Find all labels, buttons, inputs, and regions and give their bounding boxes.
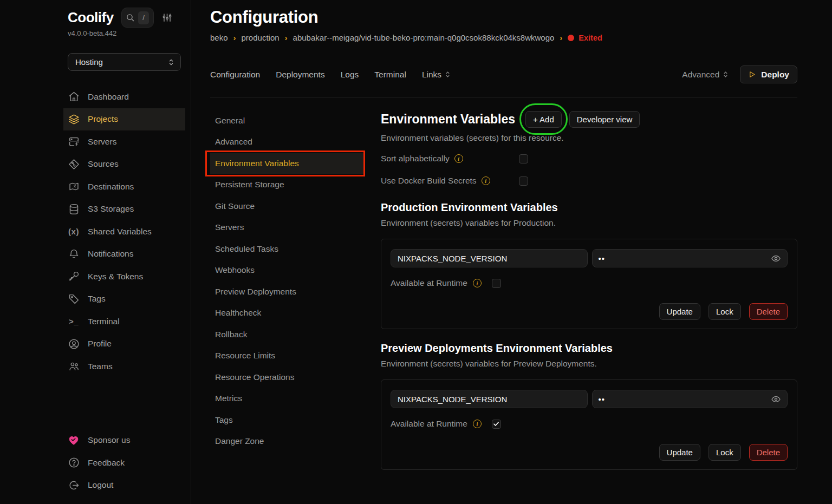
- info-icon[interactable]: i: [454, 154, 463, 163]
- subnav-item-advanced[interactable]: Advanced: [210, 132, 364, 153]
- section-description: Environment variables (secrets) for this…: [381, 133, 797, 143]
- breadcrumb-environment[interactable]: production: [242, 33, 280, 42]
- sidebar-item-logout[interactable]: Logout: [63, 474, 185, 497]
- team-select-value: Hosting: [75, 57, 103, 67]
- update-button[interactable]: Update: [659, 303, 700, 320]
- sidebar-item-keys-tokens[interactable]: Keys & Tokens: [63, 265, 185, 288]
- sidebar-item-label: Keys & Tokens: [88, 272, 143, 282]
- variable-name-input[interactable]: [391, 249, 588, 267]
- update-button[interactable]: Update: [659, 444, 700, 461]
- sidebar-item-label: Tags: [88, 294, 106, 304]
- subnav-item-healthcheck[interactable]: Healthcheck: [210, 303, 364, 324]
- subnav-item-scheduled-tasks[interactable]: Scheduled Tasks: [210, 238, 364, 260]
- subnav-item-tags[interactable]: Tags: [210, 409, 364, 431]
- sidebar-item-label: Profile: [88, 339, 112, 349]
- variable-inputs-row: ••: [391, 390, 788, 408]
- settings-sliders-button[interactable]: [162, 12, 172, 23]
- docker-build-secrets-checkbox[interactable]: [519, 176, 528, 186]
- masked-value: ••: [599, 254, 771, 263]
- delete-button[interactable]: Delete: [749, 303, 788, 320]
- eye-icon[interactable]: [771, 253, 781, 264]
- available-at-runtime-label: Available at Runtime: [391, 419, 467, 429]
- sidebar-item-label: Notifications: [88, 249, 133, 259]
- config-subnav: General Advanced Environment Variables P…: [210, 97, 364, 504]
- subnav-item-metrics[interactable]: Metrics: [210, 388, 364, 410]
- team-select[interactable]: Hosting: [68, 53, 181, 71]
- subnav-item-preview-deployments[interactable]: Preview Deployments: [210, 281, 364, 303]
- eye-icon[interactable]: [771, 394, 781, 404]
- add-button-wrap: + Add: [525, 111, 562, 128]
- toggle-label-wrap: Use Docker Build Secrets i: [381, 176, 519, 186]
- sidebar-item-label: Projects: [88, 114, 118, 124]
- sidebar: Coolify / v4.0.0-beta.442 Hosting: [0, 0, 191, 504]
- breadcrumb-resource[interactable]: abubakar--meigag/vid-tube-beko-pro:main-…: [293, 33, 555, 42]
- available-at-runtime-checkbox[interactable]: [492, 420, 501, 429]
- environment-variables-panel: Environment Variables + Add Developer vi…: [364, 97, 797, 504]
- tab-logs[interactable]: Logs: [341, 70, 359, 80]
- server-icon: [68, 136, 80, 148]
- sidebar-item-teams[interactable]: Teams: [63, 355, 185, 378]
- info-icon[interactable]: i: [473, 420, 482, 428]
- home-icon: [68, 91, 80, 103]
- variable-value-field[interactable]: ••: [592, 249, 788, 267]
- search-hotkey: /: [138, 11, 149, 24]
- sidebar-item-shared-variables[interactable]: (x) Shared Variables: [63, 220, 185, 243]
- subnav-item-resource-operations[interactable]: Resource Operations: [210, 366, 364, 388]
- chevron-up-down-icon: [722, 71, 729, 78]
- tab-terminal[interactable]: Terminal: [374, 70, 406, 80]
- info-icon[interactable]: i: [482, 176, 490, 185]
- sidebar-item-notifications[interactable]: Notifications: [63, 243, 185, 266]
- deploy-button[interactable]: Deploy: [740, 66, 797, 83]
- lock-button[interactable]: Lock: [708, 303, 741, 320]
- subnav-item-persistent-storage[interactable]: Persistent Storage: [210, 174, 364, 196]
- add-button[interactable]: + Add: [525, 111, 562, 128]
- tab-links[interactable]: Links: [422, 70, 451, 80]
- tag-icon: [68, 293, 80, 305]
- lock-button[interactable]: Lock: [708, 444, 741, 461]
- question-circle-icon: [68, 457, 80, 469]
- subnav-item-resource-limits[interactable]: Resource Limits: [210, 345, 364, 367]
- subnav-item-webhooks[interactable]: Webhooks: [210, 260, 364, 282]
- subnav-item-environment-variables[interactable]: Environment Variables: [210, 153, 364, 174]
- sidebar-item-sponsor-us[interactable]: Sponsor us: [63, 429, 185, 452]
- terminal-icon: >_: [68, 316, 80, 328]
- sidebar-item-servers[interactable]: Servers: [63, 130, 185, 153]
- tab-configuration[interactable]: Configuration: [210, 70, 260, 80]
- variable-actions: Update Lock Delete: [391, 444, 788, 461]
- developer-view-button[interactable]: Developer view: [569, 111, 640, 128]
- sidebar-item-destinations[interactable]: Destinations: [63, 175, 185, 198]
- variable-name-input[interactable]: [391, 390, 588, 408]
- delete-button[interactable]: Delete: [749, 444, 788, 461]
- sidebar-item-tags[interactable]: Tags: [63, 288, 185, 311]
- subnav-item-general[interactable]: General: [210, 110, 364, 132]
- available-at-runtime-label: Available at Runtime: [391, 278, 467, 288]
- production-section-subtitle: Environment (secrets) variables for Prod…: [381, 218, 797, 228]
- shared-variables-icon: (x): [68, 226, 80, 238]
- play-icon: [748, 70, 756, 78]
- sidebar-item-dashboard[interactable]: Dashboard: [63, 86, 185, 108]
- sidebar-item-profile[interactable]: Profile: [63, 333, 185, 356]
- search-button[interactable]: /: [121, 8, 154, 28]
- tab-deployments[interactable]: Deployments: [276, 70, 324, 80]
- sort-alphabetically-checkbox[interactable]: [519, 154, 528, 163]
- page-title: Configuration: [210, 8, 797, 27]
- subnav-item-servers[interactable]: Servers: [210, 217, 364, 239]
- production-section-title: Production Environment Variables: [381, 201, 797, 214]
- variable-value-field[interactable]: ••: [592, 390, 788, 408]
- sidebar-item-label: Servers: [88, 137, 116, 147]
- breadcrumb-team[interactable]: beko: [210, 33, 228, 42]
- available-at-runtime-checkbox[interactable]: [492, 279, 501, 288]
- subnav-item-rollback[interactable]: Rollback: [210, 324, 364, 345]
- sidebar-item-projects[interactable]: Projects: [63, 108, 185, 131]
- sidebar-item-label: Shared Variables: [88, 227, 152, 237]
- sidebar-item-terminal[interactable]: >_ Terminal: [63, 310, 185, 333]
- tabs-right: Advanced Deploy: [682, 66, 797, 83]
- subnav-item-git-source[interactable]: Git Source: [210, 195, 364, 217]
- advanced-dropdown[interactable]: Advanced: [682, 70, 729, 80]
- info-icon[interactable]: i: [473, 279, 482, 287]
- sidebar-item-sources[interactable]: Sources: [63, 153, 185, 176]
- subnav-item-danger-zone[interactable]: Danger Zone: [210, 431, 364, 453]
- layers-icon: [68, 113, 80, 125]
- sidebar-item-s3-storages[interactable]: S3 Storages: [63, 198, 185, 221]
- sidebar-item-feedback[interactable]: Feedback: [63, 451, 185, 474]
